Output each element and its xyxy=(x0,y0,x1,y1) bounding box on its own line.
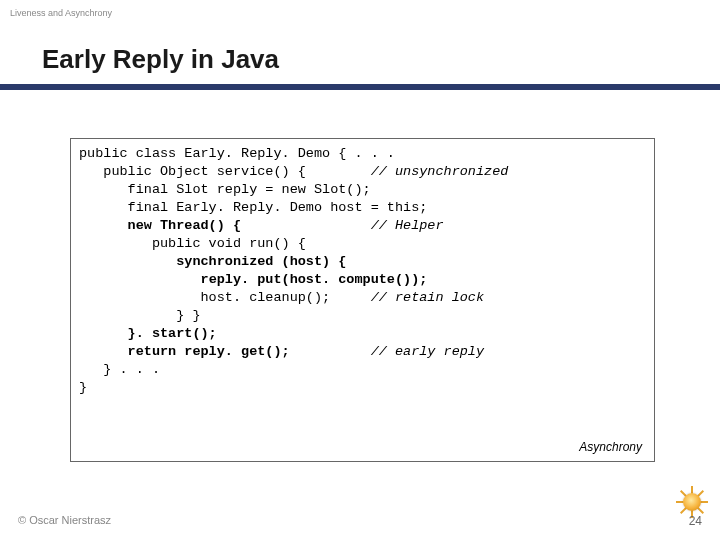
sun-icon xyxy=(678,488,706,516)
code-line: public class Early. Reply. Demo { . . . xyxy=(79,145,646,163)
title-rule xyxy=(0,84,720,90)
code-line: reply. put(host. compute()); xyxy=(79,271,646,289)
copyright: © Oscar Nierstrasz xyxy=(18,514,111,526)
code-line: host. cleanup(); // retain lock xyxy=(79,289,646,307)
code-line: public Object service() { // unsynchroni… xyxy=(79,163,646,181)
page-title: Early Reply in Java xyxy=(42,44,279,75)
code-line: new Thread() { // Helper xyxy=(79,217,646,235)
code-line: }. start(); xyxy=(79,325,646,343)
code-line: final Slot reply = new Slot(); xyxy=(79,181,646,199)
category-tag: Asynchrony xyxy=(579,440,642,454)
breadcrumb: Liveness and Asynchrony xyxy=(10,8,112,18)
code-line: } xyxy=(79,379,646,397)
page-number: 24 xyxy=(689,514,702,528)
code-block: public class Early. Reply. Demo { . . . … xyxy=(70,138,655,462)
code-line: } } xyxy=(79,307,646,325)
code-line: synchronized (host) { xyxy=(79,253,646,271)
code-line: return reply. get(); // early reply xyxy=(79,343,646,361)
code-line: final Early. Reply. Demo host = this; xyxy=(79,199,646,217)
code-line: } . . . xyxy=(79,361,646,379)
code-line: public void run() { xyxy=(79,235,646,253)
slide: Liveness and Asynchrony Early Reply in J… xyxy=(0,0,720,540)
